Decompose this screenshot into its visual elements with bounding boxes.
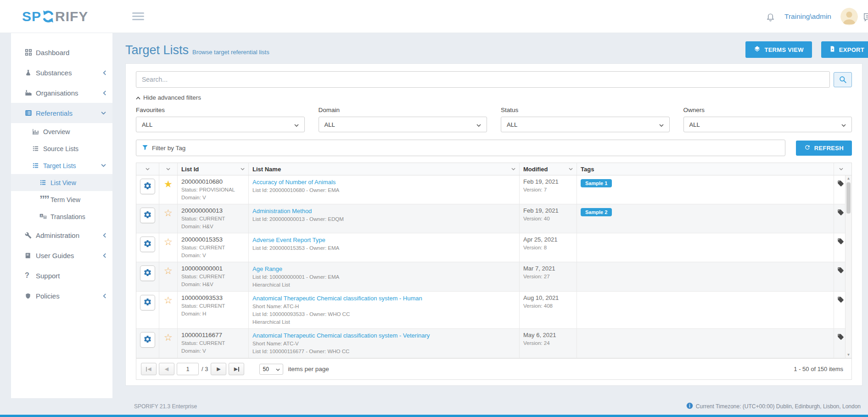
column-header-tags[interactable]: Tags — [581, 166, 594, 173]
search-input[interactable] — [136, 71, 830, 88]
row-settings-button[interactable] — [140, 208, 155, 223]
vertical-scrollbar[interactable]: ▲ ▼ — [845, 175, 851, 358]
feedback-chat-icon[interactable] — [863, 12, 868, 24]
column-menu-icon[interactable] — [511, 168, 515, 170]
owners-label: Owners — [683, 107, 852, 113]
column-menu-icon[interactable] — [839, 168, 843, 170]
chevron-down-icon — [276, 366, 280, 372]
sidebar-item-translations[interactable]: A*Translations — [11, 208, 112, 225]
favourite-star-icon[interactable]: ☆ — [164, 295, 173, 305]
list-name-link[interactable]: Anatomical Therapeutic Chemical classifi… — [252, 332, 430, 340]
column-menu-icon[interactable] — [241, 168, 245, 170]
column-header-list-id[interactable]: List Id — [181, 166, 199, 173]
export-button[interactable]: x EXPORT — [821, 41, 868, 58]
page-number-input[interactable] — [177, 363, 199, 375]
list-name-link[interactable]: Accuracy of Number of Animals — [252, 178, 336, 186]
favourite-star-icon[interactable]: ☆ — [164, 332, 173, 342]
modified-date: Apr 25, 2021 — [523, 236, 573, 244]
grid-icon — [25, 49, 36, 56]
list-name-link[interactable]: Adverse Event Report Type — [252, 236, 325, 244]
tag-badge[interactable]: Sample 1 — [581, 179, 612, 187]
sidebar-item-dashboard[interactable]: Dashboard — [11, 42, 112, 62]
logo-text-sp: SP — [22, 9, 41, 24]
row-settings-button[interactable] — [140, 265, 155, 281]
column-header-list-name[interactable]: List Name — [252, 166, 281, 173]
timezone-label: Current Timezone: (UTC+00:00) Dublin, Ed… — [696, 403, 861, 410]
favourite-star-icon[interactable]: ☆ — [164, 237, 173, 247]
sidebar-item-source-lists[interactable]: Source Lists — [11, 140, 112, 157]
scroll-up-icon[interactable]: ▲ — [846, 175, 851, 181]
list-name-link[interactable]: Anatomical Therapeutic Chemical classifi… — [252, 294, 422, 303]
avatar[interactable] — [840, 8, 858, 25]
column-menu-icon[interactable] — [569, 168, 573, 170]
page-size-select[interactable]: 50 — [259, 364, 283, 375]
version-label: Version: 7 — [523, 186, 573, 194]
sidebar-item-support[interactable]: ?Support — [11, 265, 112, 286]
favourites-select[interactable]: ALL — [136, 117, 305, 132]
main-content: Target Lists Browse target referential l… — [112, 33, 868, 398]
column-menu-icon[interactable] — [166, 168, 170, 170]
hamburger-menu-icon[interactable] — [132, 11, 144, 22]
filter-by-tag-input[interactable]: Filter by Tag — [136, 140, 785, 156]
favourites-label: Favourites — [136, 107, 305, 113]
column-menu-icon[interactable] — [146, 168, 150, 170]
gear-icon — [143, 181, 152, 192]
list-id-owner: List Id: 200000015353 - Owner: EMA — [252, 244, 515, 252]
sidebar-item-substances[interactable]: Substances — [11, 62, 112, 83]
list-id: 200000015353 — [181, 236, 245, 244]
sidebar-item-target-lists[interactable]: Target Lists — [11, 157, 112, 174]
sporify-logo[interactable]: SP RIFY — [22, 9, 88, 24]
sidebar-nav: DashboardSubstancesOrganisationsReferent… — [11, 33, 112, 398]
search-button[interactable] — [834, 72, 852, 87]
list-domain: Domain: H&V — [181, 281, 245, 288]
sidebar-item-term-view[interactable]: ””Term View — [11, 191, 112, 208]
logo-text-rify: RIFY — [55, 9, 88, 24]
tag-icon[interactable] — [837, 333, 844, 342]
row-settings-button[interactable] — [140, 237, 155, 252]
list-status: Status: CURRENT — [181, 215, 245, 223]
favourite-star-icon[interactable]: ★ — [164, 179, 173, 189]
row-settings-button[interactable] — [140, 179, 155, 194]
user-menu[interactable]: Training\admin — [784, 12, 831, 21]
scroll-down-icon[interactable]: ▼ — [846, 352, 851, 358]
scrollbar-thumb[interactable] — [846, 182, 851, 214]
notifications-bell-icon[interactable] — [766, 12, 775, 22]
last-page-button[interactable]: ▶ — [229, 363, 244, 375]
sidebar-item-overview[interactable]: Overview — [11, 123, 112, 140]
tag-icon[interactable] — [837, 238, 844, 247]
tag-icon[interactable] — [837, 296, 844, 305]
status-select[interactable]: ALL — [501, 117, 670, 132]
column-header-modified[interactable]: Modified — [523, 166, 548, 173]
tag-icon[interactable] — [837, 209, 844, 218]
tag-icon[interactable] — [837, 180, 844, 189]
sidebar-item-organisations[interactable]: Organisations — [11, 83, 112, 103]
previous-page-button[interactable]: ◀ — [159, 363, 174, 375]
tag-icon[interactable] — [837, 267, 844, 276]
sidebar-item-list-view[interactable]: List View — [11, 174, 112, 191]
tag-badge[interactable]: Sample 2 — [581, 208, 612, 216]
list-name-link[interactable]: Age Range — [252, 265, 282, 273]
sidebar-item-user-guides[interactable]: User Guides — [11, 245, 112, 265]
table-body: ★200000010680Status: PROVISIONALDomain: … — [136, 175, 851, 358]
pagination-bar: ◀ ◀ / 3 ▶ ▶ 50 items per page 1 - 50 of … — [136, 358, 851, 379]
sidebar-item-policies[interactable]: Policies — [11, 286, 112, 306]
sidebar-item-administration[interactable]: Administration — [11, 225, 112, 245]
favourite-star-icon[interactable]: ☆ — [164, 266, 173, 276]
table-row: ★200000010680Status: PROVISIONALDomain: … — [136, 175, 851, 204]
refresh-icon — [804, 144, 811, 152]
hide-advanced-filters-toggle[interactable]: Hide advanced filters — [136, 94, 201, 101]
chevron-left-icon — [103, 293, 106, 299]
footer: SPORIFY 21.3 Enterprise Current Timezone… — [0, 398, 868, 415]
favourite-star-icon[interactable]: ☆ — [164, 208, 173, 218]
owners-select[interactable]: ALL — [683, 117, 852, 132]
row-settings-button[interactable] — [140, 295, 155, 310]
domain-select[interactable]: ALL — [319, 117, 487, 132]
next-page-button[interactable]: ▶ — [211, 363, 226, 375]
first-page-button[interactable]: ◀ — [141, 363, 157, 375]
row-settings-button[interactable] — [140, 332, 155, 348]
terms-view-button[interactable]: TERMS VIEW — [745, 41, 812, 58]
hierarchical-label: Hierarchical List — [252, 281, 515, 289]
refresh-button[interactable]: REFRESH — [796, 141, 852, 156]
list-name-link[interactable]: Administration Method — [252, 207, 312, 215]
sidebar-item-referentials[interactable]: Referentials — [11, 103, 112, 123]
